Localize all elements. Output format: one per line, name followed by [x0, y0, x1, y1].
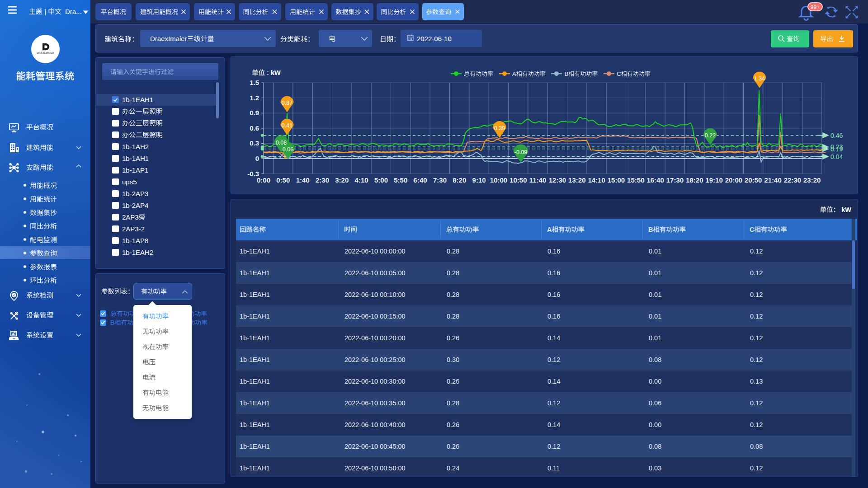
- svg-text:0.6: 0.6: [250, 124, 259, 132]
- svg-text:0.46: 0.46: [830, 132, 843, 139]
- svg-text:5:00: 5:00: [374, 176, 388, 184]
- svg-text:14:10: 14:10: [588, 176, 605, 184]
- svg-text:DRÄXLMAIER: DRÄXLMAIER: [37, 52, 55, 54]
- svg-text:9:10: 9:10: [472, 176, 486, 184]
- svg-text:0.41: 0.41: [282, 122, 292, 129]
- svg-text:0.87: 0.87: [282, 100, 292, 106]
- svg-text:0:00: 0:00: [257, 176, 270, 184]
- svg-text:18:20: 18:20: [686, 176, 703, 184]
- svg-text:19:10: 19:10: [705, 176, 722, 184]
- svg-text:10:00: 10:00: [490, 176, 507, 184]
- svg-text:21:40: 21:40: [764, 176, 781, 184]
- svg-text:1.5: 1.5: [250, 79, 259, 86]
- svg-text:11:40: 11:40: [529, 176, 547, 184]
- svg-text:8:20: 8:20: [453, 176, 466, 184]
- svg-text:0.19: 0.19: [830, 145, 843, 153]
- svg-text:5:50: 5:50: [394, 176, 407, 184]
- svg-text:1:40: 1:40: [296, 176, 310, 184]
- svg-text:0.3: 0.3: [250, 139, 259, 147]
- svg-text:20:00: 20:00: [725, 176, 742, 184]
- svg-text:20:50: 20:50: [745, 176, 762, 184]
- svg-text:0:50: 0:50: [276, 176, 290, 184]
- svg-text:0.06: 0.06: [283, 146, 293, 153]
- svg-text:10:50: 10:50: [509, 176, 527, 184]
- svg-text:12:30: 12:30: [549, 176, 566, 184]
- svg-text:2:30: 2:30: [316, 176, 329, 184]
- svg-text:17:30: 17:30: [666, 176, 684, 184]
- svg-text:4:10: 4:10: [355, 176, 368, 184]
- svg-text:0.08: 0.08: [276, 140, 287, 146]
- svg-text:15:50: 15:50: [627, 176, 644, 184]
- svg-text:3:20: 3:20: [335, 176, 349, 184]
- svg-text:22:30: 22:30: [784, 176, 801, 184]
- svg-text:0.9: 0.9: [250, 109, 259, 117]
- svg-text:0: 0: [255, 155, 259, 162]
- svg-text:0.04: 0.04: [830, 153, 843, 160]
- svg-text:13:20: 13:20: [568, 176, 585, 184]
- svg-text:0.22: 0.22: [705, 132, 716, 139]
- svg-text:23:20: 23:20: [803, 176, 821, 184]
- svg-text:1.34: 1.34: [754, 75, 765, 82]
- svg-text:-0.09: -0.09: [514, 149, 528, 155]
- svg-text:6:40: 6:40: [414, 176, 427, 184]
- svg-text:0.39: 0.39: [494, 125, 505, 131]
- svg-text:15:00: 15:00: [608, 176, 625, 184]
- svg-text:1.2: 1.2: [250, 94, 259, 102]
- svg-text:16:40: 16:40: [646, 176, 664, 184]
- svg-text:7:30: 7:30: [433, 176, 447, 184]
